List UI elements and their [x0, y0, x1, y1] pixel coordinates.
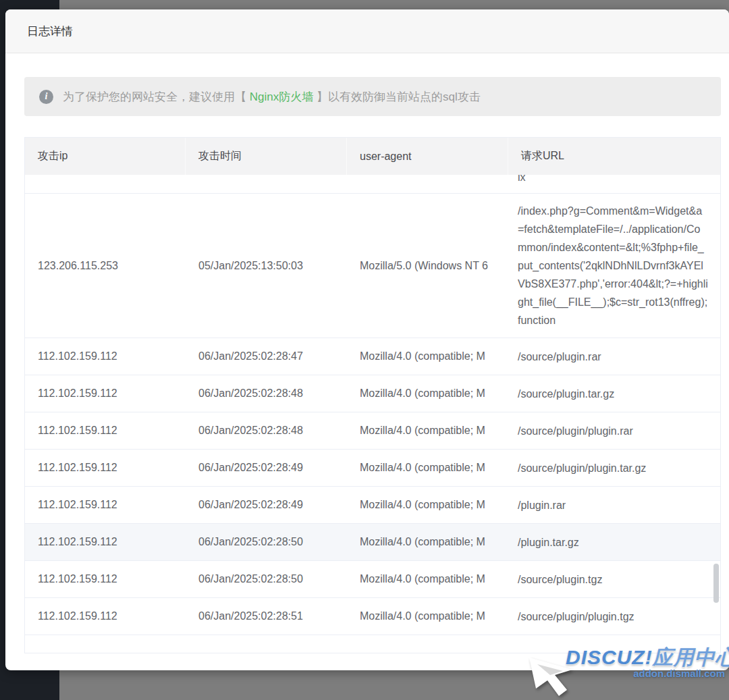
cell-request-url: /source/plugin.rar	[508, 340, 720, 374]
table-row[interactable]: 123.206.115.253 05/Jan/2025:13:50:03 Moz…	[25, 194, 720, 338]
cell-user-agent: Mozilla/4.0 (compatible; M	[347, 536, 508, 548]
cell-user-agent: Mozilla/4.0 (compatible; M	[347, 499, 508, 511]
dialog-body: i 为了保护您的网站安全，建议使用【 Nginx防火墙 】以有效防御当前站点的s…	[5, 53, 729, 653]
cell-user-agent: Mozilla/4.0 (compatible; M	[347, 425, 508, 437]
table-row[interactable]: 112.102.159.112 06/Jan/2025:02:28:48 Moz…	[25, 412, 720, 450]
cell-attack-time: 06/Jan/2025:02:28:49	[186, 462, 347, 474]
dialog-header: 日志详情	[5, 9, 729, 53]
table-row[interactable]: 112.102.159.112 06/Jan/2025:02:28:47 Moz…	[25, 338, 720, 375]
table-row[interactable]: 112.102.159.112 06/Jan/2025:02:28:48 Moz…	[25, 375, 720, 412]
table-row[interactable]: 112.102.159.112 06/Jan/2025:02:28:49 Moz…	[25, 450, 720, 487]
attack-log-table: 攻击ip 攻击时间 user-agent 请求URL ix 123.206.11…	[24, 137, 721, 653]
log-detail-dialog: 日志详情 i 为了保护您的网站安全，建议使用【 Nginx防火墙 】以有效防御当…	[5, 9, 729, 670]
notice-text: 为了保护您的网站安全，建议使用【 Nginx防火墙 】以有效防御当前站点的sql…	[63, 89, 481, 105]
cell-attack-time: 06/Jan/2025:02:28:48	[186, 387, 347, 400]
column-header-attack-time: 攻击时间	[186, 138, 347, 175]
cell-attack-ip: 112.102.159.112	[25, 536, 186, 548]
cell-attack-time: 06/Jan/2025:02:28:50	[186, 573, 347, 585]
cell-request-url: /source/plugin.tar.gz	[508, 377, 720, 411]
cell-request-url: /source/plugin/plugin.tgz	[508, 599, 720, 634]
notice-suffix: 】以有效防御当前站点的sql攻击	[313, 90, 480, 103]
table-body: ix 123.206.115.253 05/Jan/2025:13:50:03 …	[25, 175, 720, 635]
cell-request-url: /plugin.tar.gz	[508, 525, 720, 560]
column-header-user-agent: user-agent	[347, 138, 508, 175]
cell-attack-time: 06/Jan/2025:02:28:48	[186, 425, 347, 437]
cell-attack-time: 06/Jan/2025:02:28:47	[186, 350, 347, 362]
security-notice-banner: i 为了保护您的网站安全，建议使用【 Nginx防火墙 】以有效防御当前站点的s…	[24, 77, 721, 116]
cell-request-url: /source/plugin/plugin.rar	[508, 414, 720, 448]
cell-user-agent: Mozilla/4.0 (compatible; M	[347, 573, 508, 585]
cell-attack-ip: 112.102.159.112	[25, 462, 186, 474]
cell-request-url: /source/plugin.tgz	[508, 562, 720, 597]
nginx-firewall-link[interactable]: Nginx防火墙	[250, 90, 313, 103]
cell-request-url: /index.php?g=Comment&m=Widget&a=fetch&te…	[508, 194, 720, 338]
cell-attack-ip: 112.102.159.112	[25, 387, 186, 400]
cell-attack-ip: 112.102.159.112	[25, 610, 186, 622]
table-scroll-viewport[interactable]: ix 123.206.115.253 05/Jan/2025:13:50:03 …	[25, 175, 720, 653]
table-row[interactable]: 112.102.159.112 06/Jan/2025:02:28:50 Moz…	[25, 524, 720, 561]
dialog-title: 日志详情	[27, 24, 73, 39]
table-row[interactable]: 112.102.159.112 06/Jan/2025:02:28:51 Moz…	[25, 598, 720, 635]
cell-request-url: /plugin.rar	[508, 488, 720, 522]
column-header-request-url: 请求URL	[508, 138, 720, 175]
cell-attack-ip: 112.102.159.112	[25, 350, 186, 362]
cell-attack-ip: 123.206.115.253	[25, 260, 186, 272]
cell-user-agent: Mozilla/5.0 (Windows NT 6	[347, 260, 508, 272]
cell-request-url: ix	[508, 175, 720, 193]
cell-request-url: /source/plugin/plugin.tar.gz	[508, 451, 720, 485]
cell-user-agent: Mozilla/4.0 (compatible; M	[347, 387, 508, 400]
cell-attack-time: 06/Jan/2025:02:28:51	[186, 610, 347, 622]
notice-prefix: 为了保护您的网站安全，建议使用【	[63, 90, 250, 103]
info-icon: i	[39, 90, 53, 104]
table-row[interactable]: 112.102.159.112 06/Jan/2025:02:28:50 Moz…	[25, 561, 720, 598]
cell-attack-time: 05/Jan/2025:13:50:03	[186, 260, 347, 272]
table-header-row: 攻击ip 攻击时间 user-agent 请求URL	[25, 138, 720, 175]
table-scrollbar-thumb[interactable]	[713, 564, 719, 603]
cell-attack-ip: 112.102.159.112	[25, 499, 186, 511]
cell-attack-ip: 112.102.159.112	[25, 573, 186, 585]
cell-user-agent: Mozilla/4.0 (compatible; M	[347, 462, 508, 474]
cell-attack-time: 06/Jan/2025:02:28:50	[186, 536, 347, 548]
column-header-attack-ip: 攻击ip	[25, 138, 186, 175]
cell-user-agent: Mozilla/4.0 (compatible; M	[347, 610, 508, 622]
cell-attack-time: 06/Jan/2025:02:28:49	[186, 499, 347, 511]
cell-attack-ip: 112.102.159.112	[25, 425, 186, 437]
table-row[interactable]: 112.102.159.112 06/Jan/2025:02:28:49 Moz…	[25, 487, 720, 524]
cell-user-agent: Mozilla/4.0 (compatible; M	[347, 350, 508, 362]
table-row-partial[interactable]: ix	[25, 175, 720, 194]
